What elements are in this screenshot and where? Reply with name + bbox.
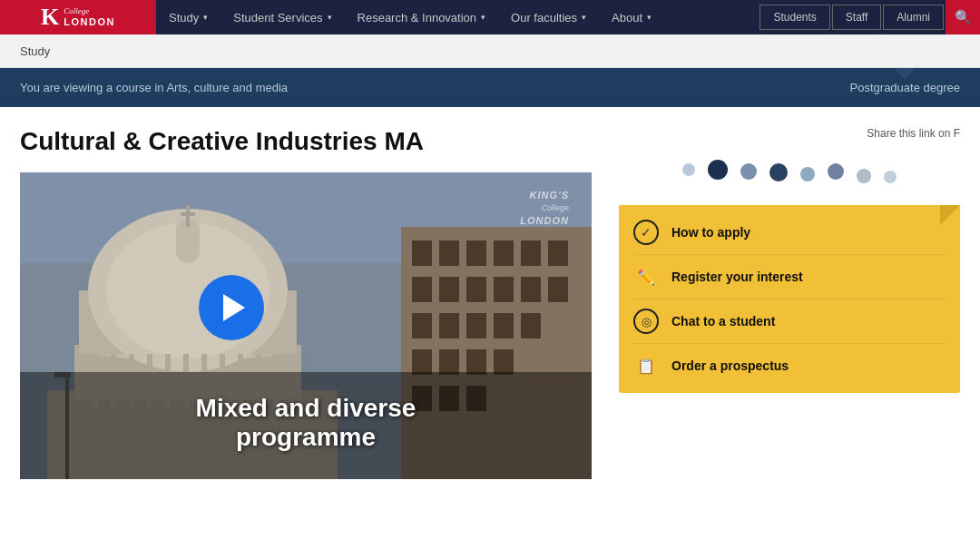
svg-rect-27 — [439, 240, 459, 266]
search-button[interactable]: 🔍 — [946, 0, 980, 34]
user-links: Students Staff Alumni 🔍 — [760, 0, 980, 34]
alumni-button[interactable]: Alumni — [883, 5, 944, 30]
logo[interactable]: K College LONDON — [0, 0, 156, 34]
svg-rect-44 — [439, 349, 459, 375]
dot-8 — [884, 171, 897, 183]
page-title: Cultural & Creative Industries MA — [20, 127, 601, 156]
order-prospectus-item[interactable]: 📋 Order a prospectus — [633, 344, 946, 387]
chevron-down-icon: ▾ — [647, 13, 652, 22]
video-overlay-text: Mixed and diverse programme — [20, 394, 592, 452]
video-player[interactable]: KING'S College LONDON Mixed and diverse … — [20, 172, 592, 479]
chat-student-label: Chat to a student — [671, 314, 775, 329]
chevron-down-icon: ▾ — [203, 13, 208, 22]
main-content: Cultural & Creative Industries MA — [0, 107, 980, 497]
svg-rect-34 — [466, 277, 486, 302]
svg-rect-26 — [412, 240, 432, 266]
dot-4 — [769, 163, 788, 181]
svg-rect-36 — [521, 277, 541, 302]
staff-button[interactable]: Staff — [832, 5, 881, 30]
book-icon: 📋 — [633, 353, 659, 378]
students-button[interactable]: Students — [760, 5, 829, 30]
play-button[interactable] — [199, 275, 264, 340]
svg-rect-37 — [548, 277, 568, 302]
dot-7 — [857, 169, 871, 183]
dot-3 — [740, 163, 757, 180]
dot-6 — [828, 163, 844, 180]
svg-rect-31 — [548, 240, 568, 266]
kcl-watermark: KING'S College LONDON — [520, 189, 569, 228]
order-prospectus-label: Order a prospectus — [671, 358, 789, 373]
how-to-apply-label: How to apply — [671, 225, 750, 240]
course-banner: You are viewing a course in Arts, cultur… — [0, 68, 980, 107]
pencil-icon: ✏️ — [633, 264, 659, 289]
logo-text-block: College LONDON — [64, 7, 115, 27]
nav-item-study[interactable]: Study ▾ — [156, 0, 220, 34]
chevron-down-icon: ▾ — [582, 13, 586, 22]
chat-icon: ◎ — [633, 309, 659, 334]
svg-rect-38 — [412, 313, 432, 338]
nav-item-about[interactable]: About ▾ — [599, 0, 664, 34]
svg-rect-33 — [439, 277, 459, 302]
svg-rect-29 — [494, 240, 514, 266]
nav-item-research[interactable]: Research & Innovation ▾ — [345, 0, 499, 34]
how-to-apply-item[interactable]: ✓ How to apply — [633, 211, 946, 255]
loading-graphic — [619, 154, 960, 205]
svg-rect-46 — [494, 349, 514, 375]
chevron-down-icon: ▾ — [328, 13, 332, 22]
degree-type: Postgraduate degree — [850, 81, 960, 94]
svg-rect-43 — [412, 349, 432, 375]
svg-rect-40 — [466, 313, 486, 338]
svg-rect-45 — [466, 349, 486, 375]
svg-rect-32 — [412, 277, 432, 302]
svg-rect-42 — [521, 313, 541, 338]
check-circle-icon: ✓ — [633, 220, 659, 245]
breadcrumb: Study — [0, 34, 980, 68]
share-link-text: Share this link on F — [867, 127, 960, 140]
svg-rect-10 — [181, 212, 195, 216]
course-category: You are viewing a course in Arts, cultur… — [20, 81, 288, 94]
play-icon — [223, 294, 245, 321]
top-navigation: K College LONDON Study ▾ Student Service… — [0, 0, 980, 34]
register-interest-label: Register your interest — [671, 270, 803, 284]
nav-items: Study ▾ Student Services ▾ Research & In… — [156, 0, 760, 34]
content-left: Cultural & Creative Industries MA — [20, 127, 601, 479]
chevron-down-icon: ▾ — [481, 13, 485, 22]
chat-student-item[interactable]: ◎ Chat to a student — [633, 299, 946, 344]
nav-item-student-services[interactable]: Student Services ▾ — [220, 0, 344, 34]
svg-rect-30 — [521, 240, 541, 266]
search-icon: 🔍 — [955, 9, 972, 25]
register-interest-item[interactable]: ✏️ Register your interest — [633, 255, 946, 299]
share-link-bar: Share this link on F — [619, 127, 960, 140]
dot-5 — [800, 167, 815, 181]
logo-k: K — [41, 4, 59, 31]
breadcrumb-text: Study — [20, 44, 50, 58]
svg-rect-39 — [439, 313, 459, 338]
svg-rect-41 — [494, 313, 514, 338]
nav-item-faculties[interactable]: Our faculties ▾ — [498, 0, 599, 34]
svg-rect-28 — [466, 240, 486, 266]
dot-1 — [682, 163, 695, 176]
action-card: ✓ How to apply ✏️ Register your interest… — [619, 205, 960, 393]
sidebar: Share this link on F ✓ How to apply ✏️ R… — [619, 127, 960, 479]
svg-rect-35 — [494, 277, 514, 302]
dot-2 — [708, 160, 728, 180]
